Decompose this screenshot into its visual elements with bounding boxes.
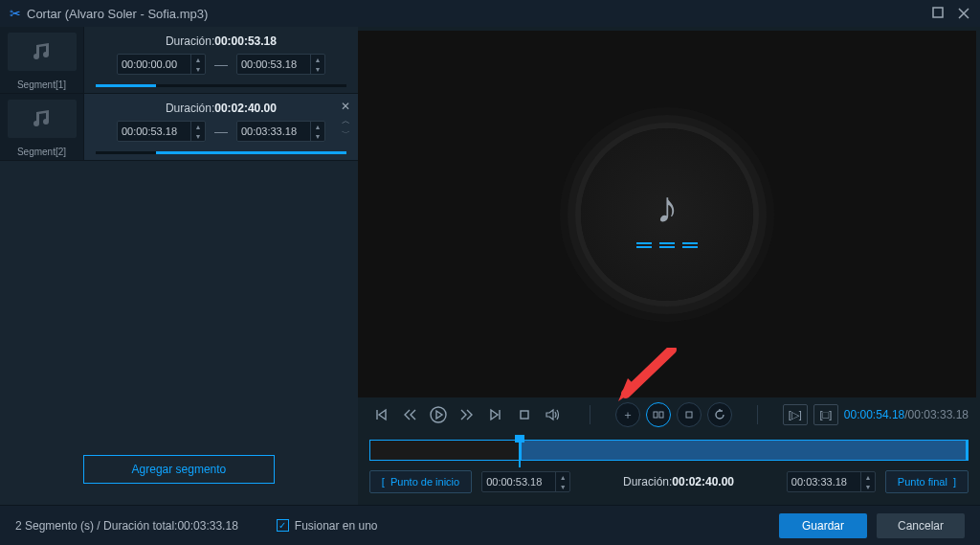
chevron-down-icon[interactable]: ▼ — [191, 131, 205, 141]
close-icon[interactable] — [957, 7, 970, 20]
titlebar: ✂ Cortar (Alvaro Soler - Sofia.mp3) — [0, 0, 980, 27]
music-note-icon: ♪ — [656, 181, 678, 233]
minimize-icon[interactable] — [932, 7, 944, 20]
window-title: Cortar (Alvaro Soler - Sofia.mp3) — [27, 7, 208, 21]
set-end-button[interactable]: Punto final ] — [885, 470, 969, 493]
crop-icon[interactable] — [677, 402, 702, 427]
svg-rect-3 — [654, 412, 657, 418]
time-display: 00:00:54.18/00:03:33.18 — [844, 408, 969, 421]
chevron-down-icon[interactable]: ▼ — [191, 64, 205, 74]
svg-rect-4 — [659, 412, 663, 418]
segment-start-field[interactable]: ▲▼ — [117, 121, 206, 142]
status-text: 2 Segmento (s) / Duración total:00:03:33… — [15, 519, 238, 533]
chevron-up-icon[interactable]: ▲ — [191, 55, 205, 64]
chevron-down-icon[interactable]: ﹀ — [342, 127, 350, 140]
reset-icon[interactable] — [707, 402, 732, 427]
scissors-icon: ✂ — [10, 6, 21, 21]
volume-icon[interactable] — [542, 403, 565, 426]
chevron-down-icon[interactable]: ▼ — [311, 131, 324, 141]
equalizer-icon — [636, 242, 698, 248]
checkbox-icon[interactable]: ✓ — [277, 519, 289, 532]
close-icon[interactable]: ✕ — [341, 100, 350, 113]
mark-in-icon[interactable]: [▷] — [783, 404, 808, 425]
chevron-down-icon[interactable]: ▼ — [556, 482, 569, 491]
mark-out-icon[interactable]: [□] — [813, 404, 838, 425]
range-duration: Duración:00:02:40.00 — [580, 475, 777, 488]
forward-icon[interactable] — [456, 403, 479, 426]
split-icon[interactable] — [646, 402, 671, 427]
segments-panel: Segment[1] Duración:00:00:53.18 ▲▼ — ▲▼ — [0, 27, 358, 505]
segment-row[interactable]: Segment[2] ✕ ︿ ﹀ Duración:00:02:40.00 ▲▼ — [0, 94, 358, 161]
svg-rect-0 — [933, 8, 943, 17]
range-end-field[interactable]: ▲▼ — [787, 471, 876, 492]
music-icon — [8, 33, 77, 71]
save-button[interactable]: Guardar — [779, 513, 867, 538]
segment-start-field[interactable]: ▲▼ — [117, 54, 206, 75]
merge-checkbox[interactable]: ✓ Fusionar en uno — [277, 519, 378, 533]
chevron-up-icon[interactable]: ▲ — [191, 122, 205, 131]
cancel-button[interactable]: Cancelar — [877, 513, 965, 538]
chevron-up-icon[interactable]: ▲ — [861, 472, 875, 482]
timeline[interactable] — [369, 440, 969, 461]
chevron-down-icon[interactable]: ▼ — [861, 482, 875, 491]
chevron-down-icon[interactable]: ▼ — [311, 64, 324, 74]
svg-rect-5 — [686, 412, 692, 418]
preview-area: ♪ — [358, 31, 976, 397]
segment-end-field[interactable]: ▲▼ — [236, 54, 325, 75]
add-segment-icon[interactable]: ＋ — [615, 402, 640, 427]
skip-end-icon[interactable] — [484, 403, 507, 426]
segment-row[interactable]: Segment[1] Duración:00:00:53.18 ▲▼ — ▲▼ — [0, 27, 358, 94]
stop-icon[interactable] — [513, 403, 536, 426]
segment-label: Segment[1] — [17, 77, 66, 93]
play-icon[interactable] — [427, 403, 450, 426]
chevron-up-icon[interactable]: ▲ — [311, 122, 324, 131]
segment-label: Segment[2] — [17, 144, 66, 160]
segment-end-field[interactable]: ▲▼ — [236, 121, 325, 142]
music-icon — [8, 100, 77, 138]
svg-rect-2 — [521, 411, 528, 419]
skip-start-icon[interactable] — [369, 403, 392, 426]
footer: 2 Segmento (s) / Duración total:00:03:33… — [0, 505, 980, 545]
rewind-icon[interactable] — [398, 403, 421, 426]
music-disc-icon: ♪ — [581, 128, 753, 301]
chevron-up-icon[interactable]: ▲ — [556, 472, 569, 482]
range-start-field[interactable]: ▲▼ — [481, 471, 570, 492]
add-segment-button[interactable]: Agregar segmento — [83, 455, 275, 484]
timeline-handle-start[interactable] — [515, 435, 524, 443]
set-start-button[interactable]: [ Punto de inicio — [369, 470, 472, 493]
svg-point-1 — [431, 407, 446, 422]
chevron-up-icon[interactable]: ▲ — [311, 55, 324, 64]
chevron-up-icon[interactable]: ︿ — [342, 115, 350, 127]
